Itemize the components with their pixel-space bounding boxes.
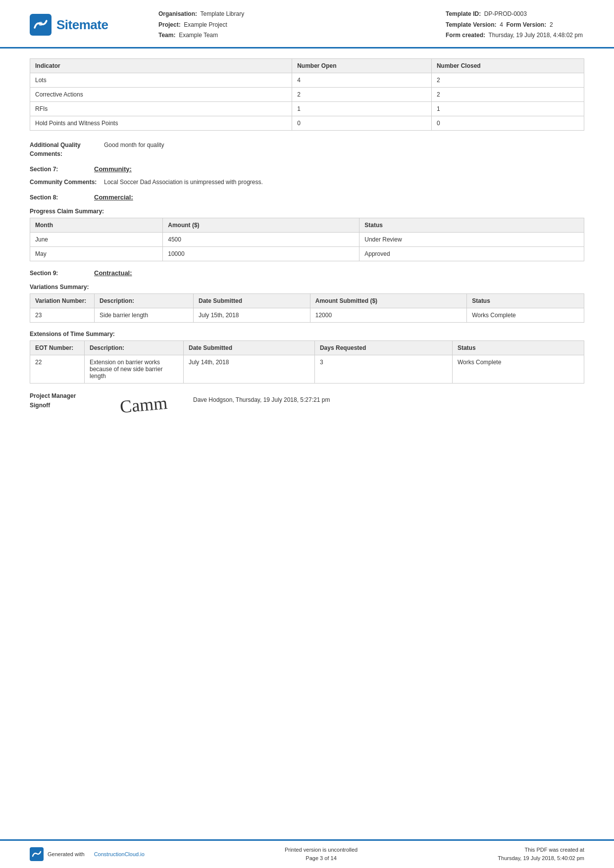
var-col-date: Date Submitted [194,293,310,308]
section7-num: Section 7: [30,166,84,173]
col-indicator: Indicator [30,58,292,73]
open-cell: 0 [292,116,432,130]
community-comments-label: Community Comments: [30,178,104,187]
template-id-label: Template ID: [446,10,481,17]
page-wrapper: Sitemate Organisation: Template Library … [0,0,614,868]
progress-col-status: Status [359,218,584,232]
template-id-value: DP-PROD-0003 [484,10,527,17]
var-status-cell: Works Complete [467,308,584,322]
status-cell: Under Review [359,232,584,246]
form-created-value: Thursday, 19 July 2018, 4:48:02 pm [488,32,583,39]
footer-uncontrolled: Printed version is uncontrolled [285,846,358,855]
org-value: Template Library [200,10,244,17]
indicator-cell: Hold Points and Witness Points [30,116,292,130]
team-label: Team: [158,32,175,39]
project-label: Project: [158,21,181,28]
col-number-open: Number Open [292,58,432,73]
footer-generated-text: Generated with [48,851,85,857]
team-line: Team: Example Team [158,30,446,41]
footer-left: Generated with ConstructionCloud.io [30,847,145,861]
signature-row: Project Manager Signoff Camm Dave Hodgso… [30,391,584,419]
var-number-cell: 23 [30,308,95,322]
template-version-line: Template Version: 4 Form Version: 2 [446,20,584,31]
table-row: June 4500 Under Review [30,232,584,246]
sitemate-logo-icon [30,14,51,36]
community-comments-row: Community Comments: Local Soccer Dad Ass… [30,178,584,187]
logo-text: Sitemate [56,17,108,33]
footer-pdf-line1: This PDF was created at [498,846,584,855]
header-meta-center: Organisation: Template Library Project: … [158,9,446,41]
indicator-cell: Corrective Actions [30,87,292,101]
eot-col-days: Days Requested [314,340,452,355]
eot-number-cell: 22 [30,355,85,383]
footer-generated-link[interactable]: ConstructionCloud.io [94,851,145,857]
indicator-cell: RFIs [30,101,292,116]
open-cell: 1 [292,101,432,116]
logo-area: Sitemate [30,14,158,36]
header-meta-right: Template ID: DP-PROD-0003 Template Versi… [446,9,584,41]
page-header: Sitemate Organisation: Template Library … [0,0,614,48]
indicator-table: Indicator Number Open Number Closed Lots… [30,58,584,131]
form-version-label: Form Version: [507,21,547,28]
table-row: 23 Side barrier length July 15th, 2018 1… [30,308,584,322]
open-cell: 4 [292,73,432,87]
var-desc-cell: Side barrier length [95,308,194,322]
section8-title: Commercial: [94,193,133,201]
pm-signoff-text: Dave Hodgson, Thursday, 19 July 2018, 5:… [193,391,330,404]
eot-table: EOT Number: Description: Date Submitted … [30,340,584,384]
table-row: Corrective Actions 2 2 [30,87,584,101]
footer-center: Printed version is uncontrolled Page 3 o… [285,846,358,863]
main-content: Indicator Number Open Number Closed Lots… [0,48,614,839]
additional-quality-row: Additional Quality Comments: Good month … [30,141,584,158]
closed-cell: 0 [431,116,584,130]
closed-cell: 1 [431,101,584,116]
var-col-description: Description: [95,293,194,308]
eot-col-number: EOT Number: [30,340,85,355]
eot-status-cell: Works Complete [452,355,584,383]
progress-claim-table: Month Amount ($) Status June 4500 Under … [30,218,584,261]
eot-days-cell: 3 [314,355,452,383]
section9-title: Contractual: [94,269,132,277]
col-number-closed: Number Closed [431,58,584,73]
section9-row: Section 9: Contractual: [30,269,584,277]
month-cell: June [30,232,163,246]
var-date-cell: July 15th, 2018 [194,308,310,322]
project-line: Project: Example Project [158,20,446,31]
closed-cell: 2 [431,73,584,87]
org-line: Organisation: Template Library [158,9,446,20]
form-version-value: 2 [550,21,553,28]
additional-quality-label: Additional Quality Comments: [30,141,104,158]
signature-cursive: Camm [119,392,168,417]
eot-date-cell: July 14th, 2018 [184,355,315,383]
svg-point-1 [39,22,43,26]
signature-image: Camm [109,391,178,419]
team-value: Example Team [179,32,218,39]
community-comments-value: Local Soccer Dad Association is unimpres… [104,178,584,187]
var-col-number: Variation Number: [30,293,95,308]
section7-row: Section 7: Community: [30,165,584,173]
footer-logo-icon [30,847,44,861]
var-amount-cell: 12000 [310,308,466,322]
additional-quality-value: Good month for quality [104,141,584,149]
form-created-label: Form created: [446,32,485,39]
table-row: Lots 4 2 [30,73,584,87]
var-col-status: Status [467,293,584,308]
var-col-amount: Amount Submitted ($) [310,293,466,308]
eot-col-status: Status [452,340,584,355]
progress-col-amount: Amount ($) [163,218,359,232]
eot-col-description: Description: [85,340,184,355]
table-row: 22 Extension on barrier works because of… [30,355,584,383]
footer-right: This PDF was created at Thursday, 19 Jul… [498,846,584,863]
template-version-value: 4 [500,21,503,28]
indicator-cell: Lots [30,73,292,87]
pm-signoff-label: Project Manager Signoff [30,391,94,410]
form-created-line: Form created: Thursday, 19 July 2018, 4:… [446,30,584,41]
status-cell: Approved [359,246,584,261]
eot-desc-cell: Extension on barrier works because of ne… [85,355,184,383]
table-row: RFIs 1 1 [30,101,584,116]
eot-title: Extensions of Time Summary: [30,331,584,338]
variations-title: Variations Summary: [30,284,584,290]
section9-num: Section 9: [30,270,84,277]
table-row: May 10000 Approved [30,246,584,261]
page-footer: Generated with ConstructionCloud.io Prin… [0,839,614,868]
